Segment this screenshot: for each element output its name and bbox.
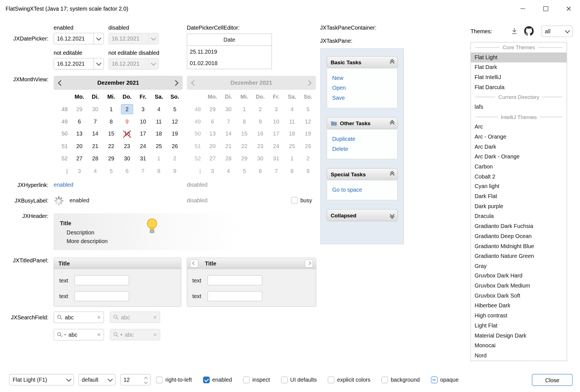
theme-item-gruvbox-dark-hard[interactable]: Gruvbox Dark Hard: [471, 271, 567, 281]
calendar-day[interactable]: 9: [167, 165, 183, 177]
calendar-day[interactable]: 25: [151, 140, 167, 152]
chevron-double-up-icon[interactable]: [390, 121, 393, 125]
theme-item-arc-dark[interactable]: Arc Dark: [471, 142, 567, 152]
taskpane-link-save[interactable]: Save: [332, 93, 397, 103]
chevron-double-down-icon[interactable]: [390, 213, 393, 217]
search-input[interactable]: [65, 314, 95, 320]
taskpane-link-open[interactable]: Open: [332, 83, 397, 93]
calendar-day[interactable]: 4: [151, 103, 167, 115]
theme-item-cyan-light[interactable]: Cyan light: [471, 182, 567, 192]
theme-item-flat-darcula[interactable]: Flat Darcula: [471, 82, 567, 92]
datepicker-not-editable[interactable]: 16.12.2021: [54, 58, 104, 70]
checkbox-right-to-left[interactable]: right-to-left: [156, 374, 192, 386]
taskpane-link-go-to-space[interactable]: Go to space: [332, 185, 397, 195]
theme-item-carbon[interactable]: Carbon: [471, 162, 567, 172]
calendar-day[interactable]: 27: [71, 152, 87, 165]
window-close-button[interactable]: [557, 0, 580, 17]
left-arrow-button[interactable]: [190, 259, 198, 267]
theme-item-gradianto-nature-green[interactable]: Gradianto Nature Green: [471, 251, 567, 261]
calendar-day[interactable]: 8: [103, 115, 119, 127]
searchfield-enabled[interactable]: ×: [54, 312, 104, 323]
close-button[interactable]: Close: [532, 374, 572, 386]
theme-item-arc-orange[interactable]: Arc - Orange: [471, 132, 567, 142]
font-combo[interactable]: default: [78, 374, 115, 386]
datepicker-enabled[interactable]: 16.12.2021: [54, 33, 104, 44]
clear-icon[interactable]: ×: [97, 314, 101, 320]
calendar-day[interactable]: 29: [103, 152, 119, 165]
github-icon[interactable]: [524, 26, 534, 36]
date-cell[interactable]: 01.02.2018: [187, 57, 272, 69]
calendar-day[interactable]: 29: [71, 103, 87, 115]
checkbox-background[interactable]: background: [381, 374, 420, 386]
maximize-button[interactable]: [534, 0, 557, 17]
font-size-spinner[interactable]: 12: [120, 374, 150, 386]
taskpane-link-new[interactable]: New: [332, 73, 397, 83]
theme-item-lafs[interactable]: lafs: [471, 102, 567, 112]
theme-item-gradianto-deep-ocean[interactable]: Gradianto Deep Ocean: [471, 231, 567, 241]
calendar-day[interactable]: 1: [151, 152, 167, 165]
text-input[interactable]: [208, 275, 262, 285]
calendar-day[interactable]: 22: [103, 140, 119, 152]
calendar-day[interactable]: 30: [87, 103, 103, 115]
calendar-day[interactable]: 23: [119, 140, 135, 152]
calendar-day[interactable]: 26: [167, 140, 183, 152]
calendar-day[interactable]: 7: [87, 115, 103, 127]
calendar-day[interactable]: 9: [119, 115, 135, 127]
calendar-day[interactable]: 15: [103, 128, 119, 140]
calendar-day[interactable]: 21: [87, 140, 103, 152]
themes-filter-combo[interactable]: all: [541, 25, 572, 37]
chevron-down-icon[interactable]: [94, 33, 104, 44]
theme-item-gradianto-dark-fuchsia[interactable]: Gradianto Dark Fuchsia: [471, 221, 567, 231]
calendar-day[interactable]: 19: [167, 128, 183, 140]
calendar-day[interactable]: 14: [87, 128, 103, 140]
calendar-day[interactable]: 17: [135, 128, 151, 140]
theme-item-light-flat[interactable]: Light Flat: [471, 321, 567, 331]
calendar-day[interactable]: 2: [119, 103, 135, 115]
theme-item-arc[interactable]: Arc: [471, 122, 567, 132]
taskpane-link-delete[interactable]: Delete: [332, 144, 397, 154]
calendar-day[interactable]: 28: [87, 152, 103, 165]
calendar-day[interactable]: 18: [151, 128, 167, 140]
calendar-day[interactable]: 10: [135, 115, 151, 127]
search-input[interactable]: [69, 331, 95, 338]
theme-item-material-design-dark[interactable]: Material Design Dark: [471, 331, 567, 341]
calendar-day[interactable]: 2: [167, 152, 183, 165]
calendar-day[interactable]: 24: [135, 140, 151, 152]
checkbox-explicit-colors[interactable]: explicit colors: [328, 374, 370, 386]
clear-icon[interactable]: ×: [97, 331, 101, 338]
taskpane-header-collapsed[interactable]: Collapsed: [327, 209, 398, 222]
calendar-day[interactable]: 3: [135, 103, 151, 115]
calendar-day[interactable]: 31: [135, 152, 151, 165]
theme-item-flat-light[interactable]: Flat Light: [471, 53, 567, 63]
download-icon[interactable]: [510, 27, 518, 35]
theme-item-flat-dark[interactable]: Flat Dark: [471, 62, 567, 72]
theme-item-gradianto-midnight-blue[interactable]: Gradianto Midnight Blue: [471, 241, 567, 251]
calendar-day[interactable]: 3: [71, 165, 87, 177]
hyperlink-enabled[interactable]: enabled: [54, 181, 74, 187]
laf-combo[interactable]: Flat Light (F1): [9, 374, 74, 386]
chevron-down-icon[interactable]: [94, 58, 104, 69]
theme-item-gruvbox-dark-soft[interactable]: Gruvbox Dark Soft: [471, 291, 567, 301]
calendar-day[interactable]: 7: [135, 165, 151, 177]
theme-item-flat-intellij[interactable]: Flat IntelliJ: [471, 72, 567, 82]
next-month-icon[interactable]: [173, 80, 178, 86]
theme-item-high-contrast[interactable]: High contrast: [471, 311, 567, 321]
theme-item-monocai[interactable]: Monocai: [471, 341, 567, 351]
calendar-day[interactable]: 1: [103, 103, 119, 115]
checkbox-inspect[interactable]: inspect: [243, 374, 270, 386]
calendar-day[interactable]: 8: [151, 165, 167, 177]
theme-item-arc-dark-orange[interactable]: Arc Dark - Orange: [471, 152, 567, 162]
right-arrow-button[interactable]: [305, 259, 313, 267]
chevron-double-up-icon[interactable]: [390, 60, 393, 65]
theme-item-dark-flat[interactable]: Dark Flat: [471, 192, 567, 202]
calendar-day[interactable]: 20: [71, 140, 87, 152]
checkbox-ui-defaults[interactable]: UI defaults: [281, 374, 317, 386]
calendar-day[interactable]: 6: [119, 165, 135, 177]
theme-item-cobalt-2[interactable]: Cobalt 2: [471, 172, 567, 182]
theme-item-gray[interactable]: Gray: [471, 261, 567, 271]
theme-item-dark-purple[interactable]: Dark purple: [471, 201, 567, 212]
calendar-day[interactable]: 13: [71, 128, 87, 140]
calendar-day[interactable]: 4: [87, 165, 103, 177]
calendar-day[interactable]: 5: [103, 165, 119, 177]
text-input[interactable]: [208, 291, 262, 301]
